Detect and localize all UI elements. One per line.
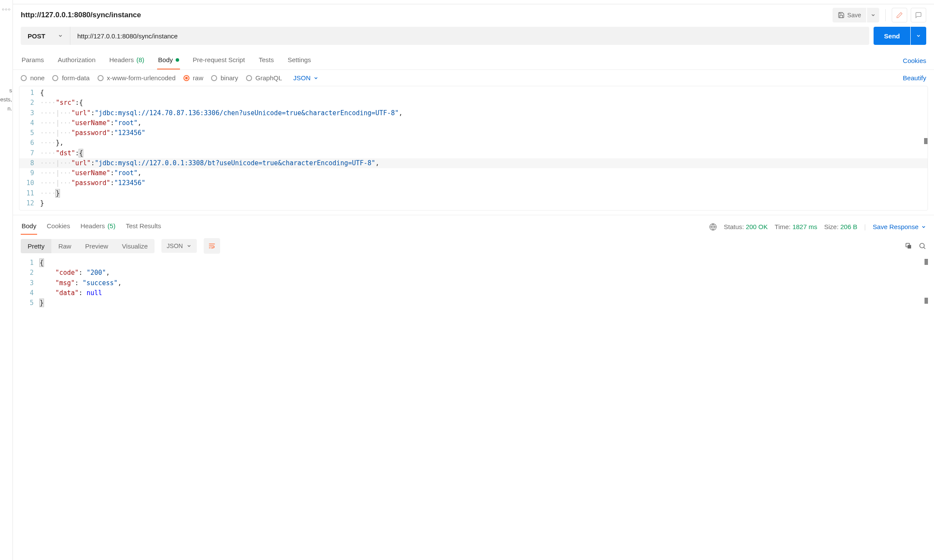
comment-icon: [915, 12, 922, 19]
tab-body[interactable]: Body: [157, 52, 180, 69]
tab-headers[interactable]: Headers (8): [108, 52, 145, 69]
save-dropdown[interactable]: [867, 8, 879, 22]
send-dropdown[interactable]: [911, 27, 926, 45]
divider: [885, 9, 886, 21]
request-title: http://127.0.0.1:8080/sync/instance: [21, 9, 829, 21]
body-format-select[interactable]: JSON: [293, 74, 319, 82]
tab-authorization[interactable]: Authorization: [57, 52, 97, 69]
response-body-viewer[interactable]: 1{2 "code": "200",3 "msg": "success",4 "…: [19, 256, 928, 310]
left-rail: ○○○: [0, 0, 13, 560]
edit-icon-button[interactable]: [892, 8, 907, 22]
bodytype-formdata[interactable]: form-data: [52, 74, 89, 82]
resp-tab-tests[interactable]: Test Results: [125, 219, 162, 235]
resp-view-preview[interactable]: Preview: [78, 239, 115, 253]
method-select[interactable]: POST: [21, 27, 70, 45]
bodytype-urlencoded[interactable]: x-www-form-urlencoded: [98, 74, 176, 82]
bodytype-graphql[interactable]: GraphQL: [246, 74, 282, 82]
request-body-editor[interactable]: 1{2····"src":{3····|···"url":"jdbc:mysql…: [19, 86, 928, 211]
resp-headers-count: (5): [107, 222, 115, 230]
tab-tests[interactable]: Tests: [258, 52, 275, 69]
resp-tab-body[interactable]: Body: [21, 219, 37, 235]
resp-view-visualize[interactable]: Visualize: [115, 239, 155, 253]
bodytype-none[interactable]: none: [21, 74, 44, 82]
chevron-down-icon: [313, 76, 319, 81]
resp-tab-headers[interactable]: Headers (5): [79, 219, 116, 235]
save-button-group: Save: [833, 8, 879, 22]
comment-icon-button[interactable]: [911, 8, 926, 22]
chevron-down-icon: [921, 224, 926, 230]
time-label: Time: 1827 ms: [775, 223, 817, 230]
svg-point-6: [920, 243, 925, 248]
resp-view-segment: Pretty Raw Preview Visualize: [21, 239, 155, 253]
chevron-down-icon: [186, 243, 192, 249]
beautify-link[interactable]: Beautify: [903, 74, 926, 82]
wrap-icon: [208, 242, 216, 250]
tab-settings[interactable]: Settings: [287, 52, 312, 69]
pencil-icon: [896, 12, 903, 19]
save-icon: [838, 12, 847, 19]
globe-icon[interactable]: [709, 223, 717, 231]
resp-view-pretty[interactable]: Pretty: [21, 239, 51, 253]
body-modified-indicator: [176, 58, 179, 62]
resp-tab-cookies[interactable]: Cookies: [46, 219, 71, 235]
overflow-menu-icon[interactable]: ○○○: [0, 4, 13, 14]
url-input[interactable]: [70, 27, 869, 45]
send-button[interactable]: Send: [874, 27, 910, 45]
size-label: Size: 206 B: [824, 223, 857, 230]
chevron-down-icon: [916, 33, 921, 38]
headers-count: (8): [136, 56, 144, 63]
bodytype-raw[interactable]: raw: [183, 74, 203, 82]
chevron-down-icon: [871, 13, 876, 18]
status-label: Status: 200 OK: [724, 223, 768, 230]
resp-format-select[interactable]: JSON: [161, 239, 196, 253]
tabstrip: [13, 0, 934, 4]
resp-view-raw[interactable]: Raw: [51, 239, 78, 253]
save-button[interactable]: Save: [833, 8, 866, 22]
save-response[interactable]: Save Response: [873, 223, 926, 230]
cookies-link[interactable]: Cookies: [903, 53, 926, 69]
svg-line-7: [924, 247, 925, 249]
search-icon[interactable]: [918, 242, 926, 250]
bodytype-binary[interactable]: binary: [211, 74, 238, 82]
tab-prerequest[interactable]: Pre-request Script: [192, 52, 246, 69]
wrap-lines-button[interactable]: [204, 238, 220, 254]
tab-params[interactable]: Params: [21, 52, 45, 69]
copy-icon[interactable]: [905, 242, 912, 250]
chevron-down-icon: [58, 33, 63, 38]
